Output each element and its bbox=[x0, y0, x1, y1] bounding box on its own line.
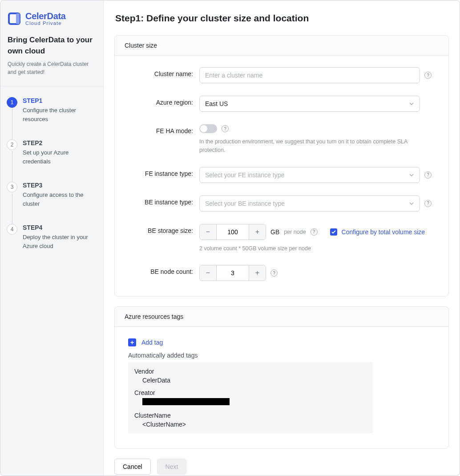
fe-ha-toggle[interactable] bbox=[199, 124, 217, 133]
be-storage-input[interactable] bbox=[217, 224, 249, 240]
help-icon[interactable]: ? bbox=[424, 72, 432, 79]
be-storage-stepper[interactable]: − + bbox=[199, 224, 266, 240]
tag-key: Creator bbox=[134, 389, 367, 396]
step-2-desc: Set up your Azure credentials bbox=[23, 148, 97, 166]
minus-button[interactable]: − bbox=[200, 265, 217, 281]
fe-type-placeholder: Select your FE instance type bbox=[205, 171, 284, 179]
add-tag-button[interactable]: + Add tag bbox=[128, 338, 435, 346]
be-type-label: BE instance type: bbox=[128, 195, 199, 206]
cluster-name-input[interactable] bbox=[199, 67, 420, 83]
step-3[interactable]: 3 STEP3 Configure access to the cluster bbox=[7, 182, 97, 224]
step-3-number: 3 bbox=[7, 182, 17, 192]
next-button[interactable]: Next bbox=[157, 459, 187, 475]
tags-header: Azure resources tags bbox=[115, 307, 448, 327]
step-4-desc: Deploy the cluster in your Azure cloud bbox=[23, 233, 97, 250]
brand-name: CelerData bbox=[25, 11, 66, 21]
be-node-input[interactable] bbox=[217, 265, 249, 281]
be-storage-label: BE storage size: bbox=[128, 224, 199, 234]
page-title: Step1: Define your cluster size and loca… bbox=[115, 13, 449, 24]
brand: CelerData Cloud Private bbox=[0, 0, 103, 35]
step-3-desc: Configure access to the cluster bbox=[23, 191, 97, 208]
help-icon[interactable]: ? bbox=[424, 200, 432, 207]
wizard-steps: 1 STEP1 Configure the cluster resources … bbox=[0, 86, 103, 261]
be-instance-type-select[interactable]: Select your BE instance type bbox=[199, 195, 420, 212]
be-node-label: BE node count: bbox=[128, 265, 199, 275]
brand-tagline: Cloud Private bbox=[25, 20, 66, 26]
chevron-down-icon bbox=[409, 101, 414, 106]
step-4-number: 4 bbox=[7, 224, 17, 235]
svg-rect-1 bbox=[16, 13, 20, 24]
azure-region-select[interactable]: East US bbox=[199, 96, 420, 112]
tag-value bbox=[134, 398, 367, 407]
chevron-down-icon bbox=[409, 172, 414, 178]
cancel-button[interactable]: Cancel bbox=[114, 459, 151, 475]
be-storage-pernode: per node bbox=[284, 229, 306, 235]
tag-item: ClusterName <ClusterName> bbox=[134, 412, 367, 428]
cluster-name-label: Cluster name: bbox=[128, 67, 199, 77]
step-1[interactable]: 1 STEP1 Configure the cluster resources bbox=[7, 97, 97, 139]
azure-region-value: East US bbox=[205, 100, 228, 107]
tags-card: Azure resources tags + Add tag Automatic… bbox=[114, 306, 449, 449]
step-2-title: STEP2 bbox=[23, 139, 97, 146]
chevron-down-icon bbox=[409, 201, 414, 206]
fe-ha-label: FE HA mode: bbox=[128, 124, 199, 134]
cluster-size-card: Cluster size Cluster name: ? Azure regio… bbox=[114, 35, 449, 297]
be-type-placeholder: Select your BE instance type bbox=[205, 200, 285, 207]
step-2-number: 2 bbox=[7, 139, 17, 150]
plus-icon: + bbox=[128, 338, 136, 346]
cluster-size-header: Cluster size bbox=[115, 36, 448, 56]
plus-button[interactable]: + bbox=[249, 265, 266, 281]
fe-instance-type-select[interactable]: Select your FE instance type bbox=[199, 167, 420, 183]
configure-total-volume-label[interactable]: Configure by total volume size bbox=[342, 228, 425, 236]
step-1-desc: Configure the cluster resources bbox=[23, 106, 97, 123]
logo-icon bbox=[8, 12, 21, 25]
tag-key: ClusterName bbox=[134, 412, 367, 419]
help-icon[interactable]: ? bbox=[424, 171, 432, 179]
step-2[interactable]: 2 STEP2 Set up your Azure credentials bbox=[7, 139, 97, 182]
tag-item: Creator bbox=[134, 389, 367, 407]
help-icon[interactable]: ? bbox=[311, 228, 318, 236]
tag-key: Vendor bbox=[134, 368, 367, 375]
add-tag-label: Add tag bbox=[141, 339, 163, 346]
minus-button[interactable]: − bbox=[200, 224, 217, 240]
be-storage-hint: 2 volume count * 50GB volume size per no… bbox=[199, 244, 426, 253]
be-storage-unit: GB bbox=[270, 228, 279, 236]
be-node-stepper[interactable]: − + bbox=[199, 265, 266, 281]
sidebar-subtext: Quickly create a CelerData cluster and g… bbox=[8, 60, 96, 76]
tag-item: Vendor CelerData bbox=[134, 368, 367, 384]
plus-button[interactable]: + bbox=[249, 224, 266, 240]
tag-value: <ClusterName> bbox=[134, 421, 367, 428]
azure-region-label: Azure region: bbox=[128, 96, 199, 106]
configure-total-volume-checkbox[interactable] bbox=[330, 228, 337, 236]
step-1-number: 1 bbox=[7, 97, 17, 108]
fe-type-label: FE instance type: bbox=[128, 167, 199, 177]
redacted-value bbox=[142, 398, 230, 405]
help-icon[interactable]: ? bbox=[222, 125, 229, 132]
help-icon[interactable]: ? bbox=[270, 269, 278, 277]
fe-ha-hint: In the production environment, we sugges… bbox=[199, 138, 426, 155]
step-4-title: STEP4 bbox=[23, 224, 97, 231]
auto-tags-box: Vendor CelerData Creator ClusterName <Cl… bbox=[128, 362, 373, 433]
tag-value: CelerData bbox=[134, 377, 367, 384]
auto-tags-label: Automatically added tags bbox=[128, 352, 435, 359]
sidebar-headline: Bring CelerData to your own cloud bbox=[8, 35, 96, 57]
step-3-title: STEP3 bbox=[23, 182, 97, 189]
step-1-title: STEP1 bbox=[23, 97, 97, 104]
step-4[interactable]: 4 STEP4 Deploy the cluster in your Azure… bbox=[7, 224, 97, 250]
